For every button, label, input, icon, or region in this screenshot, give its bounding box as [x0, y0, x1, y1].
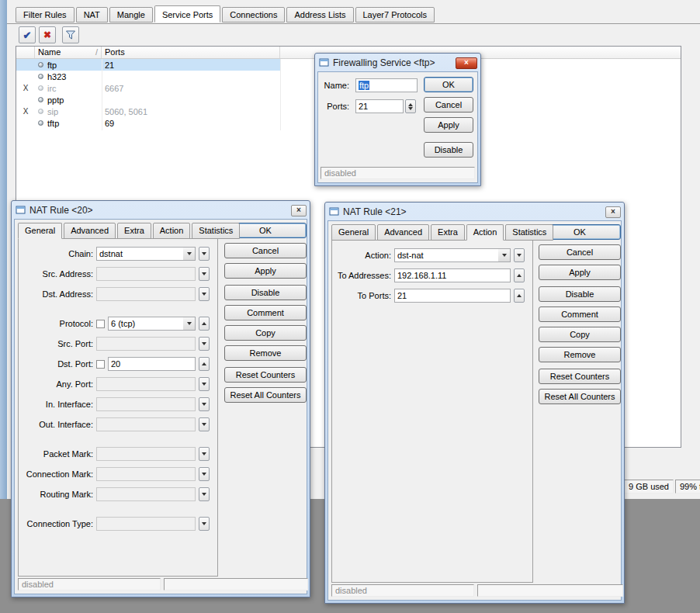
reset-all-counters-button[interactable]: Reset All Counters [224, 387, 307, 403]
out-interface-input[interactable] [96, 417, 196, 431]
expand-button[interactable] [199, 447, 210, 461]
collapse-button[interactable] [199, 357, 210, 371]
close-icon: × [296, 206, 301, 214]
tab-extra[interactable]: Extra [117, 223, 151, 239]
dst-port-checkbox[interactable] [96, 360, 105, 369]
expand-button[interactable] [199, 267, 210, 281]
apply-button[interactable]: Apply [424, 117, 473, 133]
copy-button[interactable]: Copy [539, 327, 621, 342]
reset-all-counters-button[interactable]: Reset All Counters [539, 389, 621, 404]
cancel-button[interactable]: Cancel [424, 97, 473, 113]
tab-action[interactable]: Action [153, 223, 191, 239]
disable-button[interactable]: Disable [224, 285, 307, 300]
packet-mark-input[interactable] [96, 447, 196, 461]
collapse-button[interactable] [514, 268, 525, 282]
close-button[interactable]: × [456, 57, 477, 69]
dialog-titlebar[interactable]: NAT Rule <21> × [327, 205, 622, 220]
expand-button[interactable] [199, 377, 210, 391]
chain-input[interactable]: dstnat [96, 247, 183, 261]
in-interface-input[interactable] [96, 397, 196, 411]
tab-action[interactable]: Action [466, 224, 504, 241]
action-input[interactable]: dst-nat [394, 248, 498, 262]
protocol-input[interactable]: 6 (tcp) [108, 317, 183, 331]
combo-dropdown-button[interactable] [498, 248, 511, 262]
any-port-input[interactable] [96, 377, 196, 391]
ports-column-header[interactable]: Ports [102, 47, 280, 58]
disable-button[interactable]: Disable [539, 286, 621, 302]
routing-mark-input[interactable] [96, 487, 196, 501]
tab-advanced[interactable]: Advanced [377, 224, 429, 241]
flag-column-header[interactable] [16, 47, 35, 58]
expand-button[interactable] [199, 517, 210, 531]
dst-port-input[interactable]: 20 [108, 357, 196, 371]
chevron-down-icon [202, 342, 206, 345]
dialog-titlebar[interactable]: Firewalling Service <ftp> × [317, 56, 478, 71]
ports-input[interactable]: 21 [355, 99, 404, 113]
apply-button[interactable]: Apply [224, 263, 307, 279]
apply-button[interactable]: Apply [539, 265, 621, 280]
expand-button[interactable] [199, 287, 210, 301]
service-row-pptp[interactable]: pptp [16, 94, 280, 106]
dst-address-input[interactable] [96, 287, 196, 301]
name-column-header[interactable]: Name / [35, 47, 102, 58]
to-addresses-input[interactable]: 192.168.1.11 [394, 268, 511, 282]
combo-dropdown-button[interactable] [183, 247, 196, 261]
copy-button[interactable]: Copy [224, 325, 307, 341]
ok-button[interactable]: OK [424, 77, 473, 92]
protocol-checkbox[interactable] [96, 320, 105, 328]
service-icon [35, 62, 46, 68]
service-row-h323[interactable]: h323 [16, 71, 280, 82]
expand-button[interactable] [199, 397, 210, 411]
connection-type-input[interactable] [96, 517, 196, 531]
tab-layer7-protocols[interactable]: Layer7 Protocols [355, 7, 435, 23]
cancel-button[interactable]: Cancel [539, 244, 621, 260]
disable-button[interactable]: Disable [424, 142, 473, 158]
service-row-sip[interactable]: X sip 5060, 5061 [16, 106, 280, 117]
remove-button[interactable]: Remove [539, 347, 621, 362]
expand-button[interactable] [199, 417, 210, 431]
field-protocol: Protocol: 6 (tcp) [19, 317, 217, 331]
tab-filter-rules[interactable]: Filter Rules [16, 7, 75, 23]
tab-general[interactable]: General [18, 223, 62, 239]
filter-button[interactable] [62, 26, 79, 43]
close-button[interactable]: × [291, 205, 307, 216]
close-button[interactable]: × [605, 206, 621, 218]
expand-button[interactable] [199, 487, 210, 501]
collapse-button[interactable] [514, 289, 525, 303]
tab-mangle[interactable]: Mangle [109, 7, 153, 23]
comment-button[interactable]: Comment [539, 306, 621, 322]
comment-button[interactable]: Comment [224, 305, 307, 320]
tab-service-ports[interactable]: Service Ports [154, 5, 220, 23]
combo-dropdown-button[interactable] [183, 317, 196, 331]
expand-button[interactable] [199, 467, 210, 481]
name-input[interactable]: ftp [355, 78, 418, 92]
expand-button[interactable] [514, 248, 525, 262]
remove-button[interactable]: Remove [224, 345, 307, 361]
tab-connections[interactable]: Connections [222, 7, 285, 23]
service-row-irc[interactable]: X irc 6667 [16, 82, 280, 94]
tab-extra[interactable]: Extra [431, 224, 465, 241]
service-row-ftp[interactable]: ftp 21 [16, 59, 280, 71]
discard-changes-button[interactable]: ✖ [39, 26, 56, 43]
connection-mark-input[interactable] [96, 467, 196, 481]
dialog-titlebar[interactable]: NAT Rule <20> × [14, 203, 307, 219]
cancel-button[interactable]: Cancel [224, 243, 307, 258]
apply-changes-button[interactable]: ✔ [19, 26, 36, 43]
service-row-tftp[interactable]: tftp 69 [16, 117, 280, 129]
expand-button[interactable] [199, 337, 210, 351]
collapse-button[interactable] [199, 317, 210, 331]
tab-statistics[interactable]: Statistics [192, 223, 240, 239]
src-address-input[interactable] [96, 267, 196, 281]
ports-spinner[interactable] [405, 99, 416, 113]
expand-button[interactable] [199, 247, 210, 261]
tab-advanced[interactable]: Advanced [64, 223, 116, 239]
reset-counters-button[interactable]: Reset Counters [539, 369, 621, 384]
to-ports-input[interactable]: 21 [394, 289, 511, 303]
service-icon [35, 97, 46, 102]
tab-address-lists[interactable]: Address Lists [286, 7, 353, 23]
reset-counters-button[interactable]: Reset Counters [224, 367, 307, 383]
tab-nat[interactable]: NAT [76, 7, 108, 23]
tab-general[interactable]: General [331, 224, 376, 241]
tab-statistics[interactable]: Statistics [505, 224, 553, 241]
src-port-input[interactable] [96, 337, 196, 351]
